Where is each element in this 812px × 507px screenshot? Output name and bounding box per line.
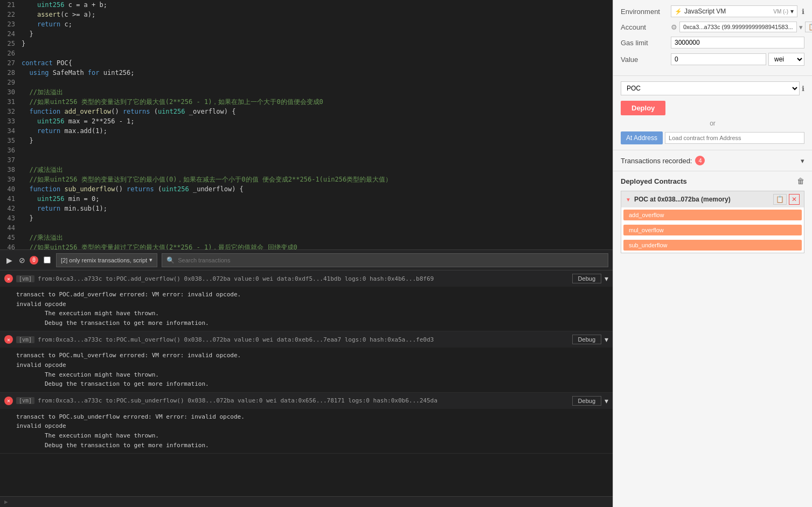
tx-filter-dropdown[interactable]: [2] only remix transactions, script ▾: [56, 253, 157, 267]
at-address-button[interactable]: At Address: [621, 131, 663, 144]
sub-underflow-button[interactable]: sub_underflow: [623, 240, 802, 251]
contract-action-icons: 📋 ✕: [773, 194, 800, 205]
expand-log-icon[interactable]: ▾: [605, 274, 608, 283]
mul-overflow-button[interactable]: mul_overflow: [623, 225, 802, 235]
contract-section: POC ℹ Deploy or At Address: [613, 76, 812, 150]
environment-info-icon[interactable]: ℹ: [802, 8, 804, 16]
debug-button[interactable]: Debug: [572, 335, 601, 344]
transaction-bar: ▶ ⊘ 0 [2] only remix transactions, scrip…: [0, 249, 613, 270]
deploy-section: Deploy or At Address: [621, 101, 804, 144]
log-tx-text: from:0xca3...a733c to:POC.mul_overflow()…: [38, 336, 568, 343]
deploy-button[interactable]: Deploy: [621, 101, 665, 115]
log-body: transact to POC.sub_underflow errored: V…: [0, 409, 613, 453]
debug-button[interactable]: Debug: [572, 396, 601, 406]
code-line: }: [22, 213, 613, 223]
vm-badge: [vm]: [16, 336, 34, 343]
deployed-contracts-title: Deployed Contracts: [621, 177, 687, 185]
contract-select-row: POC ℹ: [621, 81, 804, 95]
log-body: transact to POC.add_overflow errored: VM…: [0, 287, 613, 331]
copy-address-button[interactable]: 📋: [805, 22, 812, 32]
search-icon: 🔍: [166, 256, 175, 264]
transactions-recorded-header: Transactions recorded: 4 ▾: [621, 156, 804, 165]
contract-item: ▼ POC at 0x038...072ba (memory) 📋 ✕ add_…: [621, 191, 804, 253]
chevron-down-icon: ▾: [799, 23, 803, 31]
account-label: Account: [621, 23, 667, 31]
code-line: [22, 48, 613, 58]
contract-select[interactable]: POC: [621, 81, 800, 95]
account-select[interactable]: 0xca3...a733c (99.99999999998941583...: [679, 22, 797, 32]
account-container: ⚙ 0xca3...a733c (99.99999999998941583...…: [671, 22, 812, 32]
contract-item-header: ▼ POC at 0x038...072ba (memory) 📋 ✕: [621, 191, 804, 207]
unit-select[interactable]: wei gwei finney ether: [768, 53, 804, 66]
play-icon[interactable]: ▶: [4, 255, 15, 266]
value-label: Value: [621, 55, 667, 64]
code-line: uint256 c = a + b;: [22, 0, 613, 10]
contract-info-icon[interactable]: ℹ: [802, 85, 804, 93]
code-line: [22, 155, 613, 165]
environment-label: Environment: [621, 8, 667, 16]
deployed-contracts-section: Deployed Contracts 🗑 ▼ POC at 0x038...07…: [613, 171, 812, 263]
env-section: Environment ⚡ JavaScript VM VM (-) ▾ ℹ A…: [613, 0, 812, 76]
vm-badge: [vm]: [16, 397, 34, 404]
code-line: return max.add(1);: [22, 126, 613, 136]
code-line: //乘法溢出: [22, 233, 613, 242]
tx-filter-label: [2] only remix transactions, script: [61, 257, 147, 263]
code-area: 2122232425262728293031323334353637383940…: [0, 0, 613, 249]
value-input[interactable]: [671, 53, 766, 65]
environment-select[interactable]: ⚡ JavaScript VM VM (-) ▾: [671, 5, 797, 17]
code-content[interactable]: uint256 c = a + b; assert(c >= a); retur…: [19, 0, 613, 249]
transactions-chevron-icon[interactable]: ▾: [801, 157, 804, 165]
code-line: uint256 min = 0;: [22, 194, 613, 204]
search-transactions-input[interactable]: [178, 257, 603, 263]
remove-contract-button[interactable]: ✕: [789, 194, 800, 205]
error-dot-icon: ✕: [4, 397, 13, 405]
expand-log-icon[interactable]: ▾: [605, 397, 608, 405]
copy-contract-address-button[interactable]: 📋: [773, 194, 787, 205]
environment-value: JavaScript VM: [684, 8, 773, 15]
contract-functions: add_overflow mul_overflow sub_underflow: [621, 207, 804, 253]
right-panel: Environment ⚡ JavaScript VM VM (-) ▾ ℹ A…: [613, 0, 812, 507]
clear-all-contracts-button[interactable]: 🗑: [797, 177, 804, 185]
log-entry-header: ✕[vm]from:0xca3...a733c to:POC.mul_overf…: [0, 331, 613, 348]
line-numbers: 2122232425262728293031323334353637383940…: [0, 0, 19, 249]
log-tx-text: from:0xca3...a733c to:POC.add_overflow()…: [38, 275, 568, 282]
chevron-down-icon: ▾: [149, 256, 152, 263]
chevron-down-icon: ▾: [790, 8, 794, 15]
error-badge: 0: [30, 256, 38, 265]
code-line: //如果uint256 类型的变量达到了它的最小值(0)，如果在减去一个小于0的…: [22, 175, 613, 184]
value-row: Value wei gwei finney ether: [621, 53, 804, 66]
debug-button[interactable]: Debug: [572, 274, 601, 283]
code-line: return c;: [22, 19, 613, 29]
load-address-input[interactable]: [665, 132, 804, 144]
log-area[interactable]: ✕[vm]from:0xca3...a733c to:POC.add_overf…: [0, 270, 613, 496]
log-body: transact to POC.mul_overflow errored: VM…: [0, 348, 613, 392]
code-line: [22, 145, 613, 155]
deployed-contracts-header: Deployed Contracts 🗑: [621, 177, 804, 185]
tx-checkbox[interactable]: [44, 256, 51, 263]
vm-tag: VM (-): [773, 9, 788, 15]
expand-log-icon[interactable]: ▾: [605, 335, 608, 344]
account-row: Account ⚙ 0xca3...a733c (99.999999999989…: [621, 22, 804, 32]
bottom-scrollbar[interactable]: ▶: [0, 496, 613, 507]
gas-limit-input[interactable]: [671, 37, 804, 48]
add-overflow-button[interactable]: add_overflow: [623, 210, 802, 220]
code-line: }: [22, 29, 613, 39]
environment-row: Environment ⚡ JavaScript VM VM (-) ▾ ℹ: [621, 5, 804, 17]
code-line: //加法溢出: [22, 87, 613, 97]
log-entry-header: ✕[vm]from:0xca3...a733c to:POC.sub_under…: [0, 393, 613, 409]
code-line: [22, 78, 613, 87]
transactions-recorded-label: Transactions recorded:: [621, 157, 692, 165]
code-line: //减法溢出: [22, 165, 613, 175]
error-dot-icon: ✕: [4, 335, 13, 344]
code-line: [22, 223, 613, 233]
account-value: 0xca3...a733c (99.99999999998941583...: [683, 24, 793, 30]
code-line: function sub_underflow() returns (uint25…: [22, 184, 613, 194]
search-transactions-container: 🔍: [162, 253, 608, 267]
stop-icon[interactable]: ⊘: [17, 255, 27, 266]
value-container: wei gwei finney ether: [671, 53, 804, 66]
code-line: uint256 max = 2**256 - 1;: [22, 116, 613, 126]
contract-expand-icon[interactable]: ▼: [626, 197, 631, 203]
code-line: return min.sub(1);: [22, 204, 613, 213]
code-line: //如果uint256 类型的变量达到了它的最大值(2**256 - 1)，如果…: [22, 97, 613, 107]
tx-recorded-title-group: Transactions recorded: 4: [621, 156, 705, 165]
